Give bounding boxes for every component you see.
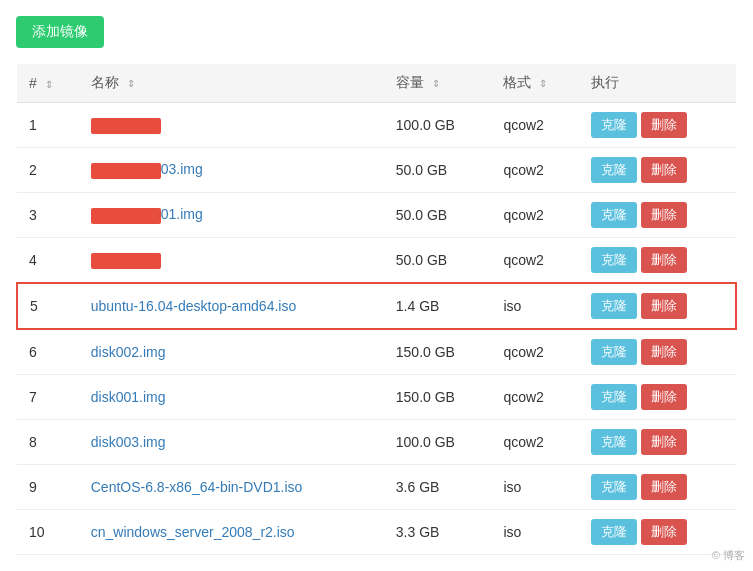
cell-num: 8 — [17, 420, 79, 465]
cell-action: 克隆删除 — [579, 103, 736, 148]
cell-num: 2 — [17, 148, 79, 193]
cell-capacity: 1.4 GB — [384, 283, 492, 329]
watermark: © 博客 — [712, 548, 745, 563]
cell-format: qcow2 — [491, 238, 579, 284]
cell-num: 5 — [17, 283, 79, 329]
cell-format: iso — [491, 465, 579, 510]
add-image-button[interactable]: 添加镜像 — [16, 16, 104, 48]
delete-button[interactable]: 删除 — [641, 429, 687, 455]
cell-format: qcow2 — [491, 193, 579, 238]
col-num: # ⇕ — [17, 64, 79, 103]
sort-num-icon[interactable]: ⇕ — [45, 79, 53, 90]
cell-format: iso — [491, 283, 579, 329]
table-row: 9CentOS-6.8-x86_64-bin-DVD1.iso3.6 GBiso… — [17, 465, 736, 510]
cell-capacity: 150.0 GB — [384, 375, 492, 420]
cell-capacity: 3.3 GB — [384, 510, 492, 555]
cell-action: 克隆删除 — [579, 465, 736, 510]
sort-name-icon[interactable]: ⇕ — [127, 78, 135, 89]
clone-button[interactable]: 克隆 — [591, 112, 637, 138]
cell-format: qcow2 — [491, 148, 579, 193]
delete-button[interactable]: 删除 — [641, 474, 687, 500]
image-table: # ⇕ 名称 ⇕ 容量 ⇕ 格式 ⇕ 执行 1 100.0 GBqcow2克隆删… — [16, 64, 737, 555]
clone-button[interactable]: 克隆 — [591, 247, 637, 273]
table-row: 5ubuntu-16.04-desktop-amd64.iso1.4 GBiso… — [17, 283, 736, 329]
col-format: 格式 ⇕ — [491, 64, 579, 103]
col-capacity: 容量 ⇕ — [384, 64, 492, 103]
delete-button[interactable]: 删除 — [641, 157, 687, 183]
clone-button[interactable]: 克隆 — [591, 384, 637, 410]
table-row: 3 01.img50.0 GBqcow2克隆删除 — [17, 193, 736, 238]
cell-name: disk001.img — [79, 375, 384, 420]
cell-action: 克隆删除 — [579, 148, 736, 193]
cell-capacity: 50.0 GB — [384, 238, 492, 284]
clone-button[interactable]: 克隆 — [591, 429, 637, 455]
table-row: 1 100.0 GBqcow2克隆删除 — [17, 103, 736, 148]
delete-button[interactable]: 删除 — [641, 293, 687, 319]
cell-action: 克隆删除 — [579, 238, 736, 284]
cell-format: qcow2 — [491, 420, 579, 465]
clone-button[interactable]: 克隆 — [591, 202, 637, 228]
sort-format-icon[interactable]: ⇕ — [539, 78, 547, 89]
cell-action: 克隆删除 — [579, 193, 736, 238]
cell-format: qcow2 — [491, 329, 579, 375]
table-row: 2 03.img50.0 GBqcow2克隆删除 — [17, 148, 736, 193]
cell-num: 3 — [17, 193, 79, 238]
col-action: 执行 — [579, 64, 736, 103]
delete-button[interactable]: 删除 — [641, 202, 687, 228]
col-name: 名称 ⇕ — [79, 64, 384, 103]
cell-format: iso — [491, 510, 579, 555]
cell-num: 10 — [17, 510, 79, 555]
clone-button[interactable]: 克隆 — [591, 157, 637, 183]
cell-name — [79, 103, 384, 148]
delete-button[interactable]: 删除 — [641, 112, 687, 138]
cell-capacity: 100.0 GB — [384, 103, 492, 148]
clone-button[interactable]: 克隆 — [591, 293, 637, 319]
cell-name — [79, 238, 384, 284]
delete-button[interactable]: 删除 — [641, 384, 687, 410]
cell-name: disk002.img — [79, 329, 384, 375]
delete-button[interactable]: 删除 — [641, 519, 687, 545]
redacted-name — [91, 208, 161, 224]
table-row: 10cn_windows_server_2008_r2.iso3.3 GBiso… — [17, 510, 736, 555]
cell-capacity: 50.0 GB — [384, 148, 492, 193]
redacted-name — [91, 163, 161, 179]
clone-button[interactable]: 克隆 — [591, 339, 637, 365]
cell-num: 7 — [17, 375, 79, 420]
cell-action: 克隆删除 — [579, 420, 736, 465]
cell-capacity: 100.0 GB — [384, 420, 492, 465]
cell-capacity: 150.0 GB — [384, 329, 492, 375]
cell-name: 01.img — [79, 193, 384, 238]
cell-format: qcow2 — [491, 375, 579, 420]
cell-action: 克隆删除 — [579, 283, 736, 329]
table-row: 8disk003.img100.0 GBqcow2克隆删除 — [17, 420, 736, 465]
table-row: 6disk002.img150.0 GBqcow2克隆删除 — [17, 329, 736, 375]
delete-button[interactable]: 删除 — [641, 247, 687, 273]
table-header-row: # ⇕ 名称 ⇕ 容量 ⇕ 格式 ⇕ 执行 — [17, 64, 736, 103]
cell-name: disk003.img — [79, 420, 384, 465]
redacted-name — [91, 253, 161, 269]
cell-name: ubuntu-16.04-desktop-amd64.iso — [79, 283, 384, 329]
redacted-name — [91, 118, 161, 134]
cell-format: qcow2 — [491, 103, 579, 148]
cell-num: 6 — [17, 329, 79, 375]
table-row: 4 50.0 GBqcow2克隆删除 — [17, 238, 736, 284]
cell-num: 1 — [17, 103, 79, 148]
table-row: 7disk001.img150.0 GBqcow2克隆删除 — [17, 375, 736, 420]
cell-capacity: 50.0 GB — [384, 193, 492, 238]
cell-name: CentOS-6.8-x86_64-bin-DVD1.iso — [79, 465, 384, 510]
sort-capacity-icon[interactable]: ⇕ — [432, 78, 440, 89]
clone-button[interactable]: 克隆 — [591, 474, 637, 500]
delete-button[interactable]: 删除 — [641, 339, 687, 365]
cell-name: 03.img — [79, 148, 384, 193]
cell-action: 克隆删除 — [579, 375, 736, 420]
clone-button[interactable]: 克隆 — [591, 519, 637, 545]
cell-action: 克隆删除 — [579, 329, 736, 375]
cell-num: 9 — [17, 465, 79, 510]
cell-num: 4 — [17, 238, 79, 284]
cell-name: cn_windows_server_2008_r2.iso — [79, 510, 384, 555]
cell-capacity: 3.6 GB — [384, 465, 492, 510]
